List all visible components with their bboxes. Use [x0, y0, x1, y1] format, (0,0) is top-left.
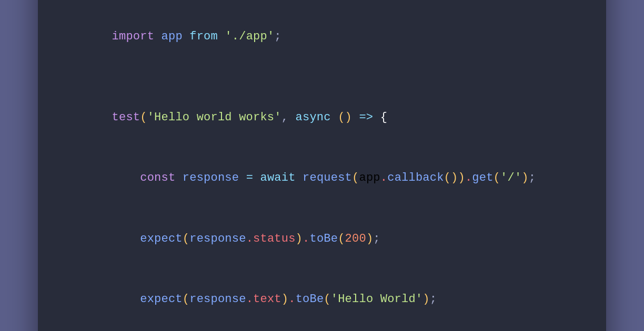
token-text: .text	[246, 293, 281, 306]
code-block: import request from 'supertest'; import …	[38, 0, 606, 331]
token-response-var: response	[183, 171, 239, 184]
token-200: 200	[345, 232, 366, 245]
blank-line-1	[69, 67, 575, 88]
token-expect2: expect	[140, 293, 183, 306]
code-line-7: expect(response.text).toBe('Hello World'…	[69, 270, 575, 330]
code-line-5: const response = await request(app.callb…	[69, 148, 575, 209]
token-import2: import	[112, 30, 155, 43]
token-from2: from	[189, 30, 218, 43]
token-await: await	[260, 171, 296, 184]
token-request-call: request	[303, 171, 352, 184]
token-tobe1: toBe	[309, 232, 338, 245]
code-line-4: test('Hello world works', async () => {	[69, 87, 575, 148]
code-line-6: expect(response.status).toBe(200);	[69, 209, 575, 270]
token-tobe2: toBe	[296, 293, 324, 306]
token-arrow: =>	[359, 111, 373, 124]
token-str-world: 'Hello World'	[331, 293, 423, 306]
code-window: import request from 'supertest'; import …	[38, 0, 606, 331]
token-str-hello: 'Hello world works'	[147, 111, 281, 124]
token-status: .status	[246, 232, 296, 245]
token-async: async	[296, 111, 331, 124]
token-str-slash: '/'	[500, 171, 521, 184]
token-str-app: './app'	[225, 30, 274, 43]
code-line-1: import request from 'supertest';	[69, 0, 575, 6]
token-expect1: expect	[140, 232, 183, 245]
token-app: app	[162, 30, 183, 43]
token-test: test	[112, 111, 140, 124]
token-const: const	[140, 171, 175, 184]
code-line-2: import app from './app';	[69, 6, 575, 67]
token-app-callback: app	[359, 171, 380, 184]
token-get: get	[472, 171, 493, 184]
